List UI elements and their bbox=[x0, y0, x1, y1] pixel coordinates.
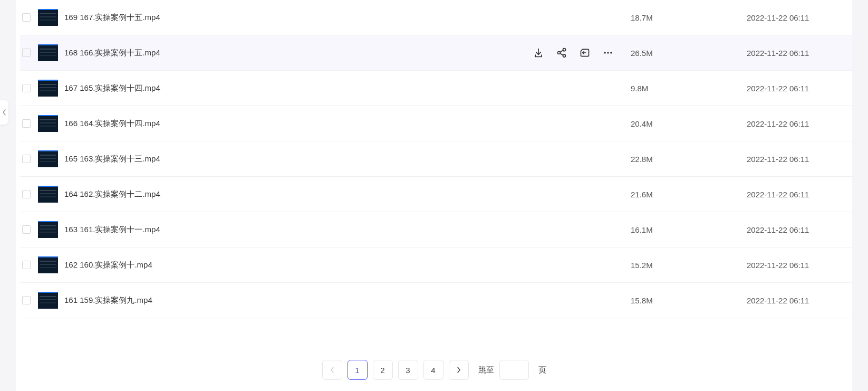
file-size: 9.8M bbox=[625, 84, 747, 93]
pagination: 1234 跳至 页 bbox=[16, 349, 852, 391]
file-size: 26.5M bbox=[625, 49, 747, 58]
file-row[interactable]: 166 164.实操案例十四.mp420.4M2022-11-22 06:11 bbox=[20, 106, 852, 141]
move-button[interactable] bbox=[579, 47, 591, 59]
page-button-1[interactable]: 1 bbox=[348, 360, 368, 380]
more-button[interactable] bbox=[602, 47, 614, 59]
chevron-left-icon bbox=[330, 367, 335, 373]
file-size: 15.2M bbox=[625, 261, 747, 270]
video-thumbnail bbox=[38, 292, 58, 309]
file-size: 21.6M bbox=[625, 190, 747, 199]
file-row[interactable]: 161 159.实操案例九.mp415.8M2022-11-22 06:11 bbox=[20, 283, 852, 318]
row-checkbox[interactable] bbox=[22, 225, 31, 234]
row-checkbox[interactable] bbox=[22, 13, 31, 22]
file-size: 22.8M bbox=[625, 155, 747, 164]
file-name[interactable]: 168 166.实操案例十五.mp4 bbox=[64, 48, 533, 58]
file-name[interactable]: 164 162.实操案例十二.mp4 bbox=[64, 189, 625, 199]
file-row[interactable]: 165 163.实操案例十三.mp422.8M2022-11-22 06:11 bbox=[20, 141, 852, 177]
video-thumbnail bbox=[38, 221, 58, 238]
file-size: 20.4M bbox=[625, 119, 747, 128]
file-date: 2022-11-22 06:11 bbox=[747, 225, 852, 234]
video-thumbnail bbox=[38, 186, 58, 203]
file-name[interactable]: 169 167.实操案例十五.mp4 bbox=[64, 13, 625, 23]
file-date: 2022-11-22 06:11 bbox=[747, 119, 852, 128]
file-size: 16.1M bbox=[625, 225, 747, 234]
file-name[interactable]: 163 161.实操案例十一.mp4 bbox=[64, 225, 625, 235]
video-thumbnail bbox=[38, 150, 58, 167]
page-button-2[interactable]: 2 bbox=[373, 360, 393, 380]
row-actions bbox=[533, 47, 625, 59]
video-thumbnail bbox=[38, 9, 58, 26]
jump-label-suffix: 页 bbox=[538, 365, 546, 375]
video-thumbnail bbox=[38, 44, 58, 61]
row-checkbox[interactable] bbox=[22, 155, 31, 163]
file-row[interactable]: 162 160.实操案例十.mp415.2M2022-11-22 06:11 bbox=[20, 247, 852, 283]
file-name[interactable]: 161 159.实操案例九.mp4 bbox=[64, 295, 625, 306]
file-date: 2022-11-22 06:11 bbox=[747, 49, 852, 58]
video-thumbnail bbox=[38, 80, 58, 97]
row-checkbox[interactable] bbox=[22, 261, 31, 269]
file-date: 2022-11-22 06:11 bbox=[747, 13, 852, 22]
file-date: 2022-11-22 06:11 bbox=[747, 84, 852, 93]
file-size: 15.8M bbox=[625, 296, 747, 305]
file-date: 2022-11-22 06:11 bbox=[747, 155, 852, 164]
file-name[interactable]: 167 165.实操案例十四.mp4 bbox=[64, 83, 625, 93]
page-prev-button[interactable] bbox=[322, 360, 342, 380]
video-thumbnail bbox=[38, 115, 58, 132]
row-checkbox[interactable] bbox=[22, 119, 31, 128]
file-date: 2022-11-22 06:11 bbox=[747, 296, 852, 305]
share-button[interactable] bbox=[556, 47, 567, 59]
svg-point-10 bbox=[607, 52, 609, 53]
svg-point-11 bbox=[610, 52, 612, 53]
row-checkbox[interactable] bbox=[22, 84, 31, 92]
download-button[interactable] bbox=[533, 47, 544, 59]
page-next-button[interactable] bbox=[449, 360, 469, 380]
svg-point-9 bbox=[604, 52, 606, 53]
file-row[interactable]: 169 167.实操案例十五.mp418.7M2022-11-22 06:11 bbox=[20, 0, 852, 35]
page-button-3[interactable]: 3 bbox=[398, 360, 418, 380]
file-row[interactable]: 164 162.实操案例十二.mp421.6M2022-11-22 06:11 bbox=[20, 177, 852, 212]
file-name[interactable]: 162 160.实操案例十.mp4 bbox=[64, 260, 625, 270]
row-checkbox[interactable] bbox=[22, 49, 31, 57]
jump-label-prefix: 跳至 bbox=[478, 365, 494, 375]
file-row[interactable]: 167 165.实操案例十四.mp49.8M2022-11-22 06:11 bbox=[20, 71, 852, 106]
file-row[interactable]: 168 166.实操案例十五.mp426.5M2022-11-22 06:11 bbox=[20, 35, 852, 71]
file-row[interactable]: 163 161.实操案例十一.mp416.1M2022-11-22 06:11 bbox=[20, 212, 852, 247]
chevron-right-icon bbox=[456, 367, 461, 373]
file-name[interactable]: 166 164.实操案例十四.mp4 bbox=[64, 119, 625, 129]
file-date: 2022-11-22 06:11 bbox=[747, 261, 852, 270]
row-checkbox[interactable] bbox=[22, 190, 31, 198]
file-date: 2022-11-22 06:11 bbox=[747, 190, 852, 199]
jump-page-input[interactable] bbox=[499, 360, 529, 380]
chevron-left-icon bbox=[2, 109, 6, 116]
file-list-panel: 169 167.实操案例十五.mp418.7M2022-11-22 06:111… bbox=[16, 0, 852, 391]
video-thumbnail bbox=[38, 256, 58, 273]
file-name[interactable]: 165 163.实操案例十三.mp4 bbox=[64, 154, 625, 164]
sidebar-collapse-toggle[interactable] bbox=[0, 100, 8, 125]
row-checkbox[interactable] bbox=[22, 296, 31, 304]
page-button-4[interactable]: 4 bbox=[423, 360, 443, 380]
file-size: 18.7M bbox=[625, 13, 747, 22]
file-list: 169 167.实操案例十五.mp418.7M2022-11-22 06:111… bbox=[16, 0, 852, 349]
